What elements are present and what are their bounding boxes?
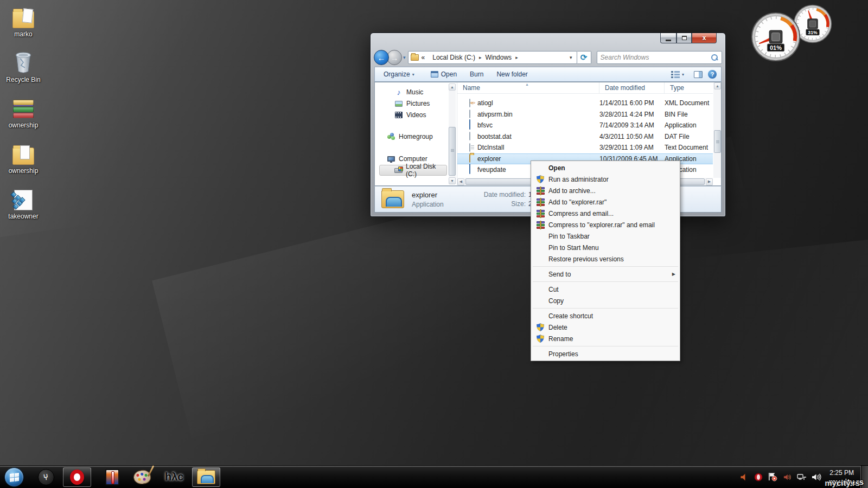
window-controls: x	[660, 33, 717, 43]
sidebar-item-homegroup[interactable]: Homegroup	[387, 131, 447, 142]
chevron-down-icon: ▾	[682, 72, 684, 77]
cpu-gauge: 01%	[751, 12, 801, 62]
menu-item-cut[interactable]: Cut	[532, 284, 679, 295]
chevron-right-icon[interactable]: ▸	[515, 55, 518, 60]
scroll-left-icon[interactable]: ◀	[457, 178, 464, 185]
column-header-type[interactable]: Type	[665, 82, 713, 93]
menu-item-rename[interactable]: Rename	[532, 333, 679, 344]
menu-separator	[533, 346, 678, 346]
computer-icon	[387, 156, 395, 162]
menu-item-pin-to-taskbar[interactable]: Pin to Taskbar	[532, 230, 679, 242]
help-button[interactable]: ?	[708, 70, 717, 79]
taskbar: ⑂ hλc 2:25 PM	[0, 465, 868, 488]
taskbar-item-opera[interactable]	[63, 467, 91, 487]
recycle-bin-icon	[0, 50, 47, 74]
taskbar-item-windows-explorer[interactable]	[192, 467, 220, 487]
menu-item-compress-to-explorer-rar-and-email[interactable]: Compress to "explorer.rar" and email	[532, 219, 679, 230]
taskbar-item-core-temp[interactable]	[105, 469, 119, 485]
application-icon	[469, 119, 470, 130]
files-scrollbar[interactable]: ▲	[713, 82, 721, 178]
column-header-name[interactable]: Name▲	[457, 82, 599, 93]
selected-file-type: Application	[412, 201, 476, 208]
file-icon	[469, 110, 470, 118]
navigation-pane: ♪Music Pictures Videos Homegroup Compute…	[375, 82, 457, 185]
taskbar-item-paint[interactable]	[133, 470, 151, 484]
menu-item-create-shortcut[interactable]: Create shortcut	[532, 310, 679, 322]
back-button[interactable]: ←	[374, 50, 389, 65]
file-row[interactable]: bootstat.dat 4/3/2011 10:50 AM DAT File	[457, 131, 713, 143]
menu-item-send-to[interactable]: Send to▶	[532, 268, 679, 280]
breadcrumb-crumb-local-disk[interactable]: Local Disk (C:)	[432, 54, 475, 61]
breadcrumb[interactable]: « Local Disk (C:) ▸ Windows ▸ ▾	[408, 51, 577, 64]
file-row[interactable]: ativpsrm.bin 3/28/2011 4:24 PM BIN File	[457, 109, 713, 120]
menu-item-properties[interactable]: Properties	[532, 348, 679, 359]
audio-manager-icon[interactable]	[782, 473, 792, 481]
views-button[interactable]: ▾	[667, 68, 688, 80]
breadcrumb-overflow[interactable]: «	[422, 54, 425, 61]
search-input[interactable]	[601, 54, 711, 61]
file-row[interactable]: bfsvc 7/14/2009 3:14 AM Application	[457, 120, 713, 131]
column-header-date-modified[interactable]: Date modified	[599, 82, 665, 93]
desktop-icon-ownership-rar[interactable]: ownership	[0, 95, 47, 129]
maximize-button[interactable]	[676, 33, 692, 43]
menu-item-compress-and-email[interactable]: Compress and email...	[532, 208, 679, 219]
search-icon[interactable]	[711, 54, 718, 61]
opera-tray-icon[interactable]	[754, 473, 763, 481]
taskbar-item-hlc[interactable]: hλc	[165, 471, 183, 483]
menu-item-restore-previous-versions[interactable]: Restore previous versions	[532, 253, 679, 265]
address-dropdown-icon[interactable]: ▾	[567, 55, 575, 60]
breadcrumb-crumb-windows[interactable]: Windows	[485, 54, 512, 61]
desktop-icon-takeowner[interactable]: takeowner	[0, 187, 47, 220]
menu-item-copy[interactable]: Copy	[532, 295, 679, 306]
file-row[interactable]: atiogl 1/14/2011 6:00 PM XML Document	[457, 98, 713, 109]
network-icon[interactable]	[797, 473, 807, 481]
menu-item-run-as-administrator[interactable]: Run as administrator	[532, 174, 679, 185]
menu-item-add-to-archive[interactable]: Add to archive...	[532, 185, 679, 196]
taskbar-item-counter-strike[interactable]: ⑂	[38, 469, 54, 485]
nav-scrollbar[interactable]: ▲ ▼	[449, 84, 456, 184]
refresh-button[interactable]: ⟳	[577, 51, 591, 64]
search-box[interactable]	[597, 51, 722, 64]
desktop-icon-marko[interactable]: marko	[0, 4, 47, 38]
file-row[interactable]: DtcInstall 3/29/2011 1:09 AM Text Docume…	[457, 142, 713, 153]
start-button[interactable]	[4, 467, 24, 487]
scroll-up-icon[interactable]: ▲	[714, 82, 721, 89]
menu-item-pin-to-start-menu[interactable]: Pin to Start Menu	[532, 242, 679, 253]
scroll-up-icon[interactable]: ▲	[449, 84, 456, 91]
forward-arrow-icon: →	[391, 53, 399, 62]
burn-button[interactable]: Burn	[465, 68, 488, 80]
sidebar-item-music[interactable]: ♪Music	[394, 87, 447, 98]
minimize-button[interactable]	[660, 33, 676, 43]
sidebar-item-pictures[interactable]: Pictures	[394, 98, 447, 109]
forward-button[interactable]: →	[387, 50, 402, 65]
sidebar-item-videos[interactable]: Videos	[394, 110, 447, 120]
recent-pages-dropdown[interactable]: ▾	[403, 55, 406, 60]
scroll-down-icon[interactable]: ▼	[449, 177, 456, 184]
files-scrollbar-thumb[interactable]	[714, 130, 721, 153]
application-icon	[431, 71, 438, 78]
cpu-meter-gadget[interactable]: 31% 01%	[743, 4, 841, 64]
menu-item-open[interactable]: Open	[532, 162, 679, 174]
open-button[interactable]: Open	[426, 68, 461, 80]
volume-icon[interactable]	[812, 473, 821, 481]
sidebar-item-local-disk-c[interactable]: Local Disk (C:)	[379, 165, 447, 176]
muted-speaker-icon[interactable]	[740, 473, 749, 481]
preview-pane-button[interactable]	[694, 71, 703, 78]
action-center-flag-icon[interactable]	[768, 472, 777, 481]
close-button[interactable]: x	[692, 33, 717, 43]
chevron-right-icon[interactable]: ▸	[479, 55, 482, 60]
desktop-icon-label: takeowner	[0, 213, 47, 220]
explorer-folder-icon	[197, 470, 215, 484]
desktop-icon-ownership-folder[interactable]: ownership	[0, 141, 47, 175]
menu-item-add-to-explorer-rar[interactable]: Add to "explorer.rar"	[532, 196, 679, 208]
registry-file-icon	[14, 190, 33, 210]
nav-scrollbar-thumb[interactable]	[449, 127, 456, 176]
uac-shield-icon	[537, 323, 544, 331]
desktop-icon-recycle-bin[interactable]: Recycle Bin	[0, 50, 47, 84]
help-icon: ?	[711, 71, 714, 78]
new-folder-button[interactable]: New folder	[492, 68, 532, 80]
menu-item-delete[interactable]: Delete	[532, 322, 679, 333]
folder-document-icon	[12, 147, 34, 165]
scroll-right-icon[interactable]: ▶	[706, 178, 713, 185]
organize-button[interactable]: Organize▾	[379, 68, 419, 80]
